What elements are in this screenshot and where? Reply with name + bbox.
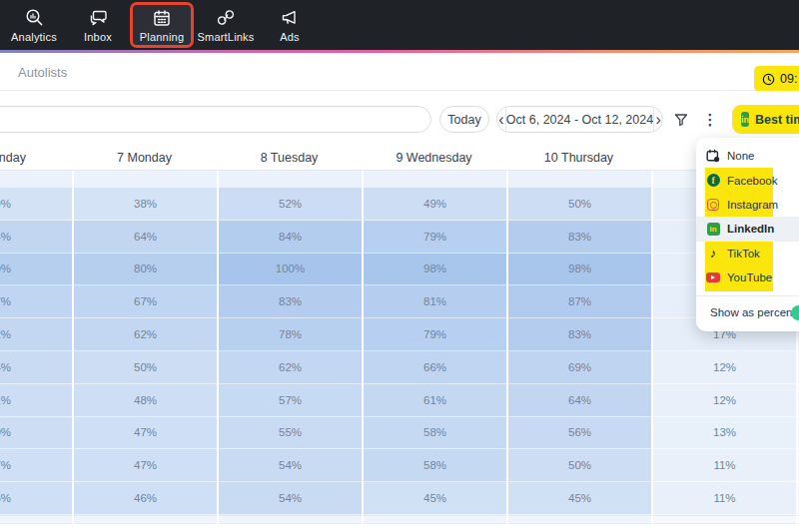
time-slot-cell[interactable]: 47% (74, 417, 217, 450)
cell-percentage: 87% (568, 295, 591, 307)
time-slot-cell[interactable]: 50% (74, 351, 217, 384)
time-slot-cell[interactable]: 67% (74, 285, 217, 318)
time-slot-cell[interactable]: 54% (219, 449, 362, 482)
cell-percentage: 64% (0, 231, 11, 243)
time-slot-cell[interactable]: 62% (219, 351, 362, 384)
time-slot-cell[interactable]: 83% (508, 221, 651, 254)
time-slot-cell[interactable]: 50% (508, 188, 651, 221)
heatmap-column-monday: 38%64%80%67%62%50%48%47%47%46% (72, 171, 217, 526)
clock-icon (762, 73, 775, 86)
menu-item-instagram[interactable]: Instagram (696, 193, 799, 217)
time-slot-cell[interactable]: 66% (364, 351, 506, 384)
time-slot-cell[interactable]: 64% (74, 221, 217, 254)
time-slot-cell[interactable]: 47% (74, 449, 217, 482)
cell-percentage: 47% (0, 459, 11, 471)
time-slot-cell[interactable]: 52% (219, 188, 362, 221)
nav-tab-inbox[interactable]: Inbox (66, 0, 130, 50)
nav-tab-ads[interactable]: Ads (258, 0, 322, 50)
cell-percentage: 57% (279, 394, 302, 406)
time-slot-cell[interactable]: 54% (219, 482, 362, 515)
cell-percentage: 98% (568, 263, 591, 274)
cell-percentage: 54% (279, 459, 302, 471)
time-slot-cell[interactable]: 80% (74, 254, 217, 286)
time-slot-cell[interactable]: 46% (0, 482, 72, 515)
filter-button[interactable] (667, 106, 695, 133)
percentage-toggle[interactable] (791, 305, 799, 320)
day-header-tuesday: 8 Tuesday (217, 151, 362, 165)
time-slot-cell[interactable]: 56% (508, 417, 651, 450)
time-slot-cell[interactable]: 11% (653, 482, 796, 515)
cell-percentage: 100% (276, 263, 305, 274)
partial-row-top (364, 171, 506, 188)
time-slot-cell[interactable]: 49% (364, 188, 506, 221)
cell-percentage: 45% (423, 492, 446, 504)
time-slot-cell[interactable]: 46% (74, 482, 217, 515)
scheduled-time-chip[interactable]: 09: (754, 66, 799, 92)
today-button[interactable]: Today (439, 106, 489, 133)
menu-item-tiktok[interactable]: ♪TikTok (696, 242, 799, 266)
date-range-picker: ‹ Oct 6, 2024 - Oct 12, 2024 › (496, 106, 663, 133)
time-slot-cell[interactable]: 64% (508, 384, 651, 417)
time-slot-cell[interactable]: 98% (508, 254, 651, 286)
time-slot-cell[interactable]: 12% (653, 351, 796, 384)
nav-tab-planning[interactable]: Planning (130, 2, 194, 48)
time-slot-cell[interactable]: 62% (74, 318, 217, 351)
time-slot-cell[interactable]: 61% (364, 384, 506, 417)
time-slot-cell[interactable]: 83% (508, 318, 651, 351)
time-slot-cell[interactable]: 39% (0, 188, 72, 221)
time-slot-cell[interactable]: 100% (219, 254, 362, 286)
menu-item-facebook[interactable]: fFacebook (696, 168, 799, 192)
partial-row-bottom (508, 515, 651, 524)
cell-percentage: 55% (279, 426, 302, 438)
best-times-label: Best times (755, 113, 799, 127)
time-slot-cell[interactable]: 45% (364, 482, 506, 515)
time-slot-cell[interactable]: 47% (0, 449, 72, 482)
time-slot-cell[interactable]: 45% (508, 482, 651, 515)
search-input[interactable] (0, 106, 431, 133)
menu-item-none[interactable]: None (696, 144, 799, 168)
time-slot-cell[interactable]: 51% (0, 384, 72, 417)
time-slot-cell[interactable]: 69% (508, 351, 651, 384)
time-slot-cell[interactable]: 79% (364, 221, 506, 254)
menu-item-label: TikTok (727, 248, 760, 260)
cell-percentage: 47% (134, 426, 157, 438)
day-header-monday: 7 Monday (72, 151, 217, 165)
time-slot-cell[interactable]: 11% (653, 449, 796, 482)
cell-percentage: 80% (134, 263, 157, 274)
time-slot-cell[interactable]: 62% (0, 318, 72, 351)
time-slot-cell[interactable]: 64% (0, 221, 72, 254)
time-slot-cell[interactable]: 80% (0, 254, 72, 286)
time-slot-cell[interactable]: 58% (364, 449, 506, 482)
time-slot-cell[interactable]: 38% (74, 188, 217, 221)
time-slot-cell[interactable]: 50% (0, 417, 72, 450)
time-slot-cell[interactable]: 98% (364, 254, 506, 286)
nav-tab-analytics[interactable]: Analytics (2, 0, 66, 50)
time-slot-cell[interactable]: 67% (0, 285, 72, 318)
time-slot-cell[interactable]: 57% (219, 384, 362, 417)
time-slot-cell[interactable]: 54% (0, 351, 72, 384)
time-slot-cell[interactable]: 12% (653, 384, 796, 417)
date-range-label[interactable]: Oct 6, 2024 - Oct 12, 2024 (506, 107, 653, 132)
menu-item-youtube[interactable]: YouTube (696, 266, 799, 289)
ads-megaphone-icon (279, 7, 301, 28)
time-slot-cell[interactable]: 87% (508, 285, 651, 318)
time-slot-cell[interactable]: 13% (653, 417, 796, 450)
time-slot-cell[interactable]: 58% (364, 417, 506, 450)
menu-item-linkedin[interactable]: inLinkedIn (696, 217, 799, 241)
next-week-button[interactable]: › (653, 107, 662, 132)
cell-percentage: 54% (279, 492, 302, 504)
time-slot-cell[interactable]: 55% (219, 417, 362, 450)
prev-week-button[interactable]: ‹ (497, 107, 506, 132)
time-slot-cell[interactable]: 48% (74, 384, 217, 417)
more-options-button[interactable]: ⋮ (698, 106, 722, 133)
time-slot-cell[interactable]: 78% (219, 318, 362, 351)
menu-item-label: None (727, 150, 755, 162)
best-times-button[interactable]: in Best times (732, 105, 799, 134)
time-slot-cell[interactable]: 50% (508, 449, 651, 482)
time-slot-cell[interactable]: 79% (364, 318, 506, 351)
time-slot-cell[interactable]: 81% (364, 285, 506, 318)
time-slot-cell[interactable]: 84% (219, 221, 362, 254)
tiktok-icon: ♪ (706, 247, 720, 261)
nav-tab-smartlinks[interactable]: SmartLinks (194, 0, 258, 50)
time-slot-cell[interactable]: 83% (219, 285, 362, 318)
